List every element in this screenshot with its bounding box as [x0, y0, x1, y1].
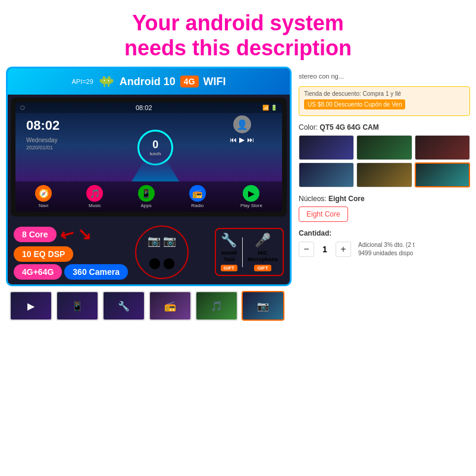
- cam-icon-4: ⬤: [163, 256, 175, 270]
- playstore-icon-circle: ▶: [243, 185, 259, 202]
- stereo-screen: ⬡ 08:02 📶 🔋 08:02 Wednesday 2020/01/01: [15, 102, 282, 212]
- cantidad-label: Cantidad:: [299, 229, 470, 237]
- heading-section: Your android system needs this descripti…: [0, 0, 476, 67]
- heading-line2: needs this description: [6, 36, 470, 61]
- cantidad-section: Cantidad: − 1 + Adicional 3% dto. (2 t 9…: [299, 229, 470, 258]
- accessories-box: 🔧 InstallTool GIFT 🎤 MICMicrophone GIFT: [215, 228, 284, 276]
- nucleos-section: Núcleos: Eight Core Eight Core: [299, 195, 470, 222]
- color-option-6[interactable]: [415, 162, 470, 187]
- screen-day: Wednesday: [20, 137, 104, 143]
- api-text: API=29: [71, 78, 93, 85]
- quantity-row: − 1 + Adicional 3% dto. (2 t 9499 unidad…: [299, 241, 470, 258]
- wifi-label: WIFI: [203, 76, 226, 88]
- apps-label: Apps: [140, 203, 151, 208]
- stereo-display: ⬡ 08:02 📶 🔋 08:02 Wednesday 2020/01/01: [11, 98, 287, 217]
- product-title: stereo con ng...: [299, 70, 470, 80]
- svg-point-8: [108, 80, 109, 82]
- color-section-label: Color: QT5 4G 64G CAM: [299, 123, 470, 131]
- icon-radio: 📻 Radio: [189, 185, 206, 208]
- svg-rect-6: [108, 84, 109, 87]
- screen-time: 08:02: [20, 115, 104, 136]
- badge-eq: 10 EQ DSP: [14, 246, 73, 262]
- tool-gift: GIFT: [221, 265, 237, 271]
- bottom-icons: 🧭 Navi 🎵 Music 📱 Apps 📻: [15, 181, 282, 212]
- right-panel: stereo con ng... Tienda de descuento: Co…: [299, 67, 470, 325]
- thumb-6-inner: 📷: [243, 292, 283, 320]
- qty-increase-button[interactable]: +: [336, 242, 351, 257]
- color-option-2[interactable]: [356, 135, 412, 160]
- color-option-1[interactable]: [299, 135, 354, 160]
- network-badge: 4G: [180, 76, 199, 87]
- features-strip: 8 Core ↙ ↘ 10 EQ DSP 4G+64G 360 Camera: [8, 220, 290, 284]
- screen-top-bar: ⬡ 08:02 📶 🔋: [15, 102, 282, 113]
- thumb-3[interactable]: 🔧: [102, 291, 145, 321]
- arrow-left-icon: ↙: [56, 222, 77, 246]
- qty-value: 1: [319, 245, 331, 254]
- prev-icon: ⏮: [230, 136, 237, 144]
- tool-icon: 🔧: [221, 233, 237, 248]
- clock-display: 08:02: [136, 104, 152, 111]
- color-option-3[interactable]: [415, 135, 470, 160]
- apps-icon-circle: 📱: [138, 185, 155, 202]
- svg-rect-5: [104, 84, 105, 87]
- thumb-1[interactable]: ▶: [10, 291, 52, 321]
- color-label: Color:: [299, 123, 318, 131]
- home-icon: ⬡: [20, 105, 25, 111]
- avatar: 👤: [233, 115, 251, 133]
- music-label: Music: [89, 203, 101, 208]
- thumb-4-inner: 📻: [150, 292, 190, 320]
- thumb-4[interactable]: 📻: [149, 291, 192, 321]
- thumb-6[interactable]: 📷: [242, 291, 284, 321]
- cam-icon-1: 📷: [148, 234, 161, 248]
- discount-info: Adicional 3% dto. (2 t 9499 unidades dis…: [358, 241, 415, 258]
- thumb-2[interactable]: 📱: [56, 291, 99, 321]
- tool-label: InstallTool: [221, 250, 237, 263]
- cam-icon-2: 📷: [163, 234, 176, 248]
- nucleos-section-label: Núcleos: Eight Core: [299, 195, 470, 203]
- music-icon-circle: 🎵: [86, 185, 103, 202]
- thumb-5[interactable]: 🎵: [195, 291, 238, 321]
- screen-center: 0 km/h: [109, 113, 202, 181]
- badge-camera: 360 Camera: [64, 264, 128, 280]
- radio-icon-circle: 📻: [189, 185, 206, 202]
- color-label-value: QT5 4G 64G CAM: [320, 123, 378, 131]
- nucleos-btn-eightcore[interactable]: Eight Core: [299, 206, 348, 222]
- color-option-5[interactable]: [356, 162, 412, 187]
- icon-music: 🎵 Music: [86, 185, 103, 208]
- discount-banner: Tienda de descuento: Compra 1 y llé US $…: [299, 86, 470, 116]
- screen-right: 👤 ⏮ ▶ ⏭: [202, 113, 282, 181]
- android-icon: [98, 73, 115, 90]
- thumb-5-inner: 🎵: [196, 292, 237, 320]
- navi-label: Navi: [39, 203, 48, 208]
- playstore-label: Play Store: [240, 203, 262, 208]
- svg-rect-2: [101, 78, 111, 84]
- svg-rect-3: [100, 79, 102, 83]
- badge-8core: 8 Core: [14, 227, 57, 242]
- qty-decrease-button[interactable]: −: [299, 242, 314, 257]
- heading-line1: Your android system: [6, 11, 470, 36]
- screen-left: 08:02 Wednesday 2020/01/01: [15, 113, 109, 181]
- speed-value: 0: [152, 139, 158, 151]
- android-version: Android 10: [120, 76, 176, 88]
- next-icon: ⏭: [247, 136, 254, 144]
- color-option-4[interactable]: [299, 162, 354, 187]
- thumbnail-strip: ▶ 📱 🔧 📻 🎵 📷: [6, 286, 292, 325]
- acc-microphone: 🎤 MICMicrophone GIFT: [248, 233, 278, 271]
- status-icons: 📶 🔋: [262, 105, 277, 111]
- mic-icon: 🎤: [255, 233, 271, 248]
- icon-apps: 📱 Apps: [138, 185, 155, 208]
- left-panel: API=29 Android 10 4G WIFI: [6, 67, 292, 325]
- icon-playstore: ▶ Play Store: [240, 185, 262, 208]
- nucleos-options: Eight Core: [299, 206, 470, 222]
- thumb-1-inner: ▶: [11, 292, 51, 320]
- camera-circle-container: 📷 📷 ⬤ ⬤: [135, 226, 189, 279]
- product-image-container: API=29 Android 10 4G WIFI: [6, 67, 292, 286]
- nucleos-value: Eight Core: [328, 195, 365, 203]
- badge-storage: 4G+64G: [14, 264, 62, 280]
- cam-icon-3: ⬤: [149, 256, 161, 270]
- radio-label: Radio: [191, 203, 203, 208]
- screen-date: 2020/01/01: [20, 145, 104, 151]
- discount-info-line1: Adicional 3% dto. (2 t: [358, 241, 415, 249]
- main-layout: API=29 Android 10 4G WIFI: [0, 67, 476, 325]
- navi-icon-circle: 🧭: [35, 185, 52, 202]
